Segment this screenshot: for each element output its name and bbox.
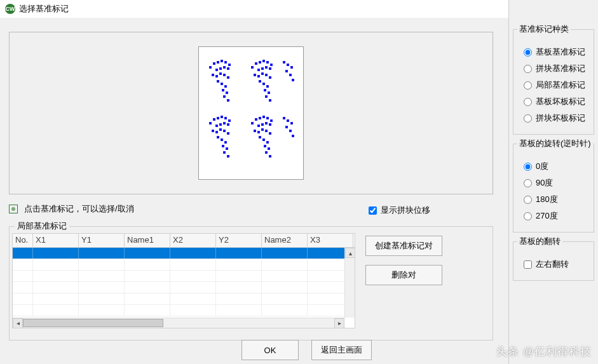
show-offset-checkbox[interactable] <box>369 206 377 215</box>
scroll-up-icon[interactable]: ▴ <box>345 248 355 258</box>
marker-type-radio[interactable] <box>524 65 532 73</box>
flip-label[interactable]: 左右翻转 <box>536 259 569 270</box>
table-cell[interactable] <box>170 282 216 293</box>
table-cell[interactable] <box>262 259 308 270</box>
table-column-header[interactable]: Y1 <box>79 234 125 247</box>
table-cell[interactable] <box>79 271 125 281</box>
table-column-header[interactable]: No. <box>13 234 33 247</box>
table-column-header[interactable]: X2 <box>170 234 216 247</box>
table-cell[interactable] <box>216 282 262 293</box>
table-cell[interactable] <box>79 259 125 270</box>
table-cell[interactable] <box>216 293 262 304</box>
table-cell[interactable] <box>13 248 33 259</box>
table-column-header[interactable]: X3 <box>308 234 353 247</box>
app-icon: CW <box>5 4 15 14</box>
table-cell[interactable] <box>216 259 262 270</box>
table-cell[interactable] <box>33 259 79 270</box>
table-row[interactable] <box>13 271 355 282</box>
rotation-label[interactable]: 0度 <box>536 161 548 172</box>
pcb-preview[interactable] <box>198 46 304 180</box>
table-cell[interactable] <box>13 293 33 304</box>
table-cell[interactable] <box>33 293 79 304</box>
rotation-label[interactable]: 90度 <box>536 177 553 189</box>
rotation-label[interactable]: 180度 <box>536 194 558 205</box>
fiducial-table[interactable]: No.X1Y1Name1X2Y2Name2X3 ▴ ◂ ▸ <box>12 233 355 328</box>
table-cell[interactable] <box>13 305 33 316</box>
pcb-dot <box>212 130 214 132</box>
table-row[interactable] <box>13 282 355 293</box>
table-cell[interactable] <box>33 248 79 259</box>
table-cell[interactable] <box>216 248 262 259</box>
table-cell[interactable] <box>170 271 216 281</box>
table-column-header[interactable]: Name1 <box>125 234 170 247</box>
table-cell[interactable] <box>170 293 216 304</box>
pcb-cluster-bottom <box>204 111 298 166</box>
delete-pair-button[interactable]: 删除对 <box>365 265 442 285</box>
table-cell[interactable] <box>125 248 170 259</box>
table-cell[interactable] <box>262 305 308 316</box>
table-cell[interactable] <box>79 293 125 304</box>
show-offset-label[interactable]: 显示拼块位移 <box>381 205 430 216</box>
table-cell[interactable] <box>262 282 308 293</box>
table-cell[interactable] <box>79 305 125 316</box>
rotation-radio[interactable] <box>524 179 532 187</box>
horizontal-scrollbar[interactable]: ◂ ▸ <box>13 318 344 328</box>
marker-type-radio[interactable] <box>524 114 532 123</box>
table-cell[interactable] <box>79 248 125 259</box>
table-cell[interactable] <box>125 271 170 281</box>
table-cell[interactable] <box>33 282 79 293</box>
rotation-label[interactable]: 270度 <box>536 210 558 222</box>
table-cell[interactable] <box>13 271 33 281</box>
table-cell[interactable] <box>13 259 33 270</box>
scroll-track[interactable] <box>23 318 334 328</box>
table-cell[interactable] <box>262 248 308 259</box>
table-cell[interactable] <box>13 282 33 293</box>
table-cell[interactable] <box>170 305 216 316</box>
back-button[interactable]: 返回主画面 <box>311 340 372 360</box>
create-pair-button[interactable]: 创建基准标记对 <box>365 236 442 256</box>
flip-checkbox[interactable] <box>524 260 532 269</box>
table-cell[interactable] <box>216 305 262 316</box>
scroll-thumb[interactable] <box>23 319 163 327</box>
table-cell[interactable] <box>79 282 125 293</box>
marker-type-label[interactable]: 拼块基准标记 <box>536 63 585 74</box>
ok-button[interactable]: OK <box>241 340 299 360</box>
rotation-radio[interactable] <box>524 163 532 171</box>
table-row[interactable] <box>13 248 355 259</box>
table-cell[interactable] <box>216 271 262 281</box>
table-row[interactable] <box>13 259 355 271</box>
pcb-dot <box>219 72 222 75</box>
rotation-radio[interactable] <box>524 212 532 220</box>
table-cell[interactable] <box>170 248 216 259</box>
table-cell[interactable] <box>125 293 170 304</box>
marker-type-label[interactable]: 基板基准标记 <box>536 46 585 58</box>
scroll-left-icon[interactable]: ◂ <box>13 318 23 328</box>
scroll-right-icon[interactable]: ▸ <box>334 318 344 328</box>
table-cell[interactable] <box>125 259 170 270</box>
table-cell[interactable] <box>33 271 79 281</box>
table-cell[interactable] <box>125 282 170 293</box>
table-row[interactable] <box>13 293 355 305</box>
pcb-dot <box>215 125 218 127</box>
marker-type-radio[interactable] <box>524 81 532 90</box>
marker-type-radio[interactable] <box>524 98 532 106</box>
pcb-dot <box>283 117 285 119</box>
marker-type-radio[interactable] <box>524 48 532 57</box>
marker-type-label[interactable]: 拼块坏板标记 <box>536 112 585 124</box>
vertical-scrollbar[interactable]: ▴ <box>344 248 355 318</box>
table-cell[interactable] <box>170 259 216 270</box>
rotation-radio[interactable] <box>524 196 532 204</box>
table-cell[interactable] <box>33 305 79 316</box>
table-row[interactable] <box>13 305 355 316</box>
marker-type-label[interactable]: 基板坏板标记 <box>536 96 585 107</box>
table-cell[interactable] <box>125 305 170 316</box>
table-cell[interactable] <box>262 293 308 304</box>
table-column-header[interactable]: Name2 <box>262 234 308 247</box>
table-cell[interactable] <box>262 271 308 281</box>
pcb-dot <box>254 74 256 76</box>
marker-type-label[interactable]: 局部基准标记 <box>536 79 585 91</box>
pcb-dot <box>257 125 260 127</box>
table-column-header[interactable]: X1 <box>33 234 79 247</box>
table-column-header[interactable]: Y2 <box>216 234 262 247</box>
table-body[interactable] <box>13 248 355 316</box>
